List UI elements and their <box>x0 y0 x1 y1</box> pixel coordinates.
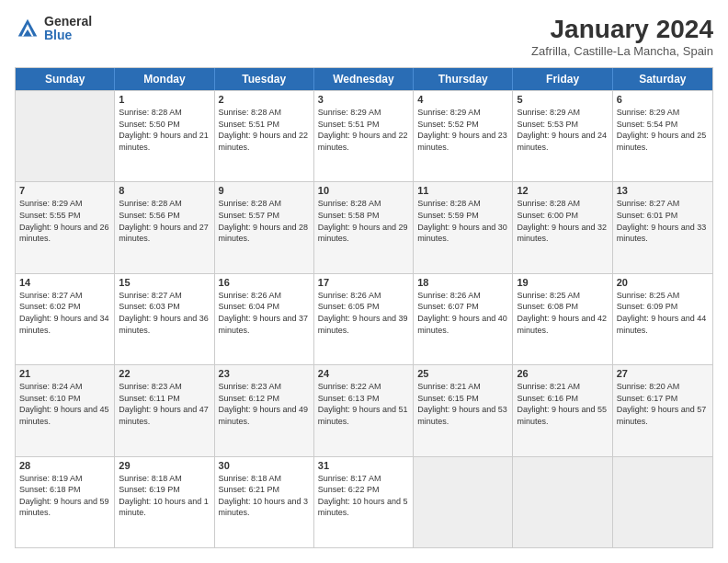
calendar-cell: 11Sunrise: 8:28 AMSunset: 5:59 PMDayligh… <box>414 182 513 272</box>
calendar-cell <box>414 457 513 547</box>
day-number: 7 <box>19 185 110 196</box>
day-info: Sunrise: 8:25 AMSunset: 6:08 PMDaylight:… <box>517 290 608 336</box>
day-info: Sunrise: 8:20 AMSunset: 6:17 PMDaylight:… <box>617 381 709 427</box>
day-info: Sunrise: 8:24 AMSunset: 6:10 PMDaylight:… <box>19 381 110 427</box>
calendar: SundayMondayTuesdayWednesdayThursdayFrid… <box>15 67 713 548</box>
day-info: Sunrise: 8:27 AMSunset: 6:03 PMDaylight:… <box>119 290 210 336</box>
day-number: 17 <box>318 277 409 288</box>
day-number: 29 <box>119 460 210 471</box>
day-number: 25 <box>417 368 508 379</box>
calendar-cell: 29Sunrise: 8:18 AMSunset: 6:19 PMDayligh… <box>115 457 214 547</box>
day-info: Sunrise: 8:28 AMSunset: 5:59 PMDaylight:… <box>417 198 508 244</box>
header: General Blue January 2024 Zafrilla, Cast… <box>15 15 713 58</box>
day-number: 22 <box>119 368 210 379</box>
day-number: 2 <box>219 94 310 105</box>
day-number: 16 <box>219 277 310 288</box>
calendar-cell: 10Sunrise: 8:28 AMSunset: 5:58 PMDayligh… <box>314 182 414 272</box>
day-number: 3 <box>318 94 409 105</box>
calendar-cell <box>16 91 115 181</box>
calendar-row: 1Sunrise: 8:28 AMSunset: 5:50 PMDaylight… <box>16 90 712 181</box>
calendar-cell: 16Sunrise: 8:26 AMSunset: 6:04 PMDayligh… <box>215 274 314 364</box>
day-number: 20 <box>617 277 709 288</box>
day-info: Sunrise: 8:29 AMSunset: 5:51 PMDaylight:… <box>318 107 409 153</box>
weekday-header: Wednesday <box>314 68 414 90</box>
calendar-cell: 13Sunrise: 8:27 AMSunset: 6:01 PMDayligh… <box>613 182 712 272</box>
calendar-cell: 1Sunrise: 8:28 AMSunset: 5:50 PMDaylight… <box>115 91 214 181</box>
calendar-cell: 7Sunrise: 8:29 AMSunset: 5:55 PMDaylight… <box>16 182 115 272</box>
day-info: Sunrise: 8:29 AMSunset: 5:52 PMDaylight:… <box>417 107 508 153</box>
day-info: Sunrise: 8:26 AMSunset: 6:07 PMDaylight:… <box>417 290 508 336</box>
day-number: 28 <box>19 460 110 471</box>
calendar-cell: 9Sunrise: 8:28 AMSunset: 5:57 PMDaylight… <box>215 182 314 272</box>
calendar-cell: 27Sunrise: 8:20 AMSunset: 6:17 PMDayligh… <box>613 365 712 455</box>
calendar-cell: 12Sunrise: 8:28 AMSunset: 6:00 PMDayligh… <box>513 182 612 272</box>
calendar-cell: 4Sunrise: 8:29 AMSunset: 5:52 PMDaylight… <box>414 91 513 181</box>
day-number: 8 <box>119 185 210 196</box>
day-number: 12 <box>517 185 608 196</box>
day-info: Sunrise: 8:19 AMSunset: 6:18 PMDaylight:… <box>19 473 110 519</box>
weekday-header: Monday <box>115 68 214 90</box>
day-info: Sunrise: 8:22 AMSunset: 6:13 PMDaylight:… <box>318 381 409 427</box>
day-number: 14 <box>19 277 110 288</box>
day-info: Sunrise: 8:18 AMSunset: 6:21 PMDaylight:… <box>219 473 310 519</box>
day-info: Sunrise: 8:17 AMSunset: 6:22 PMDaylight:… <box>318 473 409 519</box>
calendar-cell: 24Sunrise: 8:22 AMSunset: 6:13 PMDayligh… <box>314 365 414 455</box>
weekday-header: Thursday <box>414 68 513 90</box>
calendar-cell: 31Sunrise: 8:17 AMSunset: 6:22 PMDayligh… <box>314 457 414 547</box>
day-number: 19 <box>517 277 608 288</box>
calendar-row: 7Sunrise: 8:29 AMSunset: 5:55 PMDaylight… <box>16 181 712 272</box>
calendar-body: 1Sunrise: 8:28 AMSunset: 5:50 PMDaylight… <box>16 90 712 547</box>
day-info: Sunrise: 8:28 AMSunset: 5:51 PMDaylight:… <box>219 107 310 153</box>
calendar-cell: 21Sunrise: 8:24 AMSunset: 6:10 PMDayligh… <box>16 365 115 455</box>
calendar-cell: 15Sunrise: 8:27 AMSunset: 6:03 PMDayligh… <box>115 274 214 364</box>
day-info: Sunrise: 8:18 AMSunset: 6:19 PMDaylight:… <box>119 473 210 519</box>
day-number: 21 <box>19 368 110 379</box>
day-number: 31 <box>318 460 409 471</box>
day-info: Sunrise: 8:29 AMSunset: 5:53 PMDaylight:… <box>517 107 608 153</box>
location: Zafrilla, Castille-La Mancha, Spain <box>531 44 713 58</box>
day-info: Sunrise: 8:21 AMSunset: 6:16 PMDaylight:… <box>517 381 608 427</box>
day-info: Sunrise: 8:23 AMSunset: 6:11 PMDaylight:… <box>119 381 210 427</box>
calendar-cell: 18Sunrise: 8:26 AMSunset: 6:07 PMDayligh… <box>414 274 513 364</box>
calendar-cell <box>613 457 712 547</box>
day-info: Sunrise: 8:26 AMSunset: 6:05 PMDaylight:… <box>318 290 409 336</box>
month-year: January 2024 <box>531 15 713 44</box>
calendar-cell: 3Sunrise: 8:29 AMSunset: 5:51 PMDaylight… <box>314 91 414 181</box>
calendar-cell: 28Sunrise: 8:19 AMSunset: 6:18 PMDayligh… <box>16 457 115 547</box>
calendar-cell: 8Sunrise: 8:28 AMSunset: 5:56 PMDaylight… <box>115 182 214 272</box>
day-number: 6 <box>617 94 709 105</box>
calendar-cell: 22Sunrise: 8:23 AMSunset: 6:11 PMDayligh… <box>115 365 214 455</box>
day-number: 9 <box>219 185 310 196</box>
day-number: 4 <box>417 94 508 105</box>
logo-general-text: General <box>44 15 92 29</box>
title-block: January 2024 Zafrilla, Castille-La Manch… <box>531 15 713 58</box>
logo: General Blue <box>15 15 92 43</box>
day-number: 11 <box>417 185 508 196</box>
calendar-cell <box>513 457 612 547</box>
day-number: 24 <box>318 368 409 379</box>
calendar-cell: 20Sunrise: 8:25 AMSunset: 6:09 PMDayligh… <box>613 274 712 364</box>
day-number: 18 <box>417 277 508 288</box>
calendar-row: 21Sunrise: 8:24 AMSunset: 6:10 PMDayligh… <box>16 364 712 455</box>
calendar-cell: 6Sunrise: 8:29 AMSunset: 5:54 PMDaylight… <box>613 91 712 181</box>
calendar-cell: 19Sunrise: 8:25 AMSunset: 6:08 PMDayligh… <box>513 274 612 364</box>
day-number: 23 <box>219 368 310 379</box>
day-info: Sunrise: 8:29 AMSunset: 5:55 PMDaylight:… <box>19 198 110 244</box>
weekday-header: Tuesday <box>215 68 314 90</box>
day-info: Sunrise: 8:29 AMSunset: 5:54 PMDaylight:… <box>617 107 709 153</box>
day-info: Sunrise: 8:23 AMSunset: 6:12 PMDaylight:… <box>219 381 310 427</box>
day-number: 15 <box>119 277 210 288</box>
day-info: Sunrise: 8:26 AMSunset: 6:04 PMDaylight:… <box>219 290 310 336</box>
day-info: Sunrise: 8:27 AMSunset: 6:02 PMDaylight:… <box>19 290 110 336</box>
weekday-header: Saturday <box>613 68 712 90</box>
calendar-header: SundayMondayTuesdayWednesdayThursdayFrid… <box>16 68 712 90</box>
logo-text: General Blue <box>44 15 92 43</box>
calendar-cell: 17Sunrise: 8:26 AMSunset: 6:05 PMDayligh… <box>314 274 414 364</box>
day-info: Sunrise: 8:28 AMSunset: 5:50 PMDaylight:… <box>119 107 210 153</box>
weekday-header: Friday <box>513 68 612 90</box>
day-number: 26 <box>517 368 608 379</box>
day-number: 27 <box>617 368 709 379</box>
day-number: 30 <box>219 460 310 471</box>
calendar-cell: 26Sunrise: 8:21 AMSunset: 6:16 PMDayligh… <box>513 365 612 455</box>
day-info: Sunrise: 8:28 AMSunset: 5:57 PMDaylight:… <box>219 198 310 244</box>
